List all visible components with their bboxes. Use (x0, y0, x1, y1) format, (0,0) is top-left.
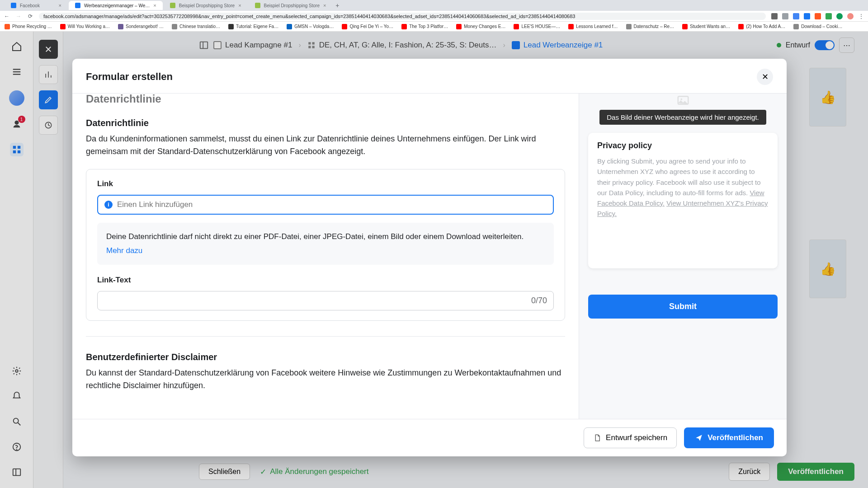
extension-icon[interactable] (793, 13, 799, 19)
bookmark[interactable]: Download – Cooki… (793, 24, 842, 29)
save-draft-button[interactable]: Entwurf speichern (584, 427, 677, 448)
disclaimer-description: Du kannst der Standard-Datenschutzerklär… (86, 367, 565, 392)
tab-title: Facebook (20, 3, 40, 8)
forward-icon[interactable]: → (15, 13, 22, 19)
document-icon (593, 434, 601, 442)
send-icon (695, 434, 703, 442)
bookmark[interactable]: Sonderangebot! … (118, 24, 164, 29)
extension-icon[interactable] (804, 13, 810, 19)
preview-privacy-body: By clicking Submit, you agree to send yo… (597, 156, 769, 219)
modal-header: Formular erstellen ✕ (72, 59, 787, 93)
publish-form-button[interactable]: Veröffentlichen (684, 427, 774, 448)
extension-icon[interactable] (815, 13, 821, 19)
bookmark[interactable]: Qing Fei De Yi – Yo… (342, 24, 393, 29)
tab-title: Beispiel Dropshipping Store (264, 3, 320, 8)
modal-title: Formular erstellen (86, 71, 173, 83)
tab-strip: Facebook× Werbeanzeigenmanager – We…× Be… (0, 0, 868, 11)
info-icon: i (104, 201, 113, 209)
preview-card: Privacy policy By clicking Submit, you a… (588, 133, 778, 268)
create-form-modal: Formular erstellen ✕ Datenrichtlinie Dat… (72, 59, 787, 456)
link-card: Link i Deine Datenrichtlinie darf nicht … (86, 169, 565, 321)
new-tab-button[interactable]: + (333, 1, 341, 9)
modal-footer: Entwurf speichern Veröffentlichen (72, 419, 787, 456)
bookmark[interactable]: GMSN – Vologda… (287, 24, 334, 29)
image-placeholder-icon (674, 94, 692, 107)
modal-close-button[interactable]: ✕ (757, 69, 773, 85)
extension-icon[interactable] (771, 13, 778, 19)
form-preview-panel: Das Bild deiner Werbeanzeige wird hier a… (579, 94, 787, 419)
bookmarks-bar: Phone Recycling … Will You Working a… So… (0, 22, 868, 32)
close-icon[interactable]: × (153, 3, 156, 8)
svg-point-28 (680, 99, 682, 100)
bookmark[interactable]: The Top 3 Platfor… (401, 24, 448, 29)
preview-privacy-title: Privacy policy (597, 141, 769, 150)
close-icon[interactable]: × (323, 3, 326, 8)
char-counter: 0/70 (531, 296, 547, 305)
linktext-input[interactable] (104, 296, 531, 305)
browser-chrome: Facebook× Werbeanzeigenmanager – We…× Be… (0, 0, 868, 32)
link-note: Deine Datenrichtlinie darf nicht direkt … (97, 223, 554, 265)
bookmark[interactable]: Phone Recycling … (5, 24, 52, 29)
link-field-label: Link (97, 179, 554, 188)
privacy-link-input[interactable] (117, 200, 547, 209)
bookmark[interactable]: Datenschutz – Re… (626, 24, 675, 29)
browser-tab[interactable]: Beispiel Dropshipping Store× (164, 1, 248, 10)
bookmark[interactable]: (2) How To Add A… (738, 24, 785, 29)
menu-icon[interactable]: ⋮ (858, 13, 864, 19)
bookmark[interactable]: Student Wants an… (682, 24, 730, 29)
form-editor-panel: Datenrichtlinie Datenrichtlinie Da du Ku… (72, 94, 579, 419)
extension-icons: ⋮ (771, 13, 864, 19)
linktext-field-label: Link-Text (97, 276, 554, 285)
profile-icon[interactable] (847, 13, 854, 19)
learn-more-link[interactable]: Mehr dazu (106, 245, 142, 257)
extension-icon[interactable] (782, 13, 788, 19)
bookmark[interactable]: Chinese translatio… (172, 24, 220, 29)
bookmark[interactable]: Tutorial: Eigene Fa… (228, 24, 278, 29)
extension-icon[interactable] (836, 13, 843, 19)
disclaimer-heading: Benutzerdefinierter Disclaimer (86, 352, 565, 362)
privacy-policy-heading: Datenrichtlinie (86, 118, 565, 128)
bookmark[interactable]: Will You Working a… (60, 24, 110, 29)
browser-tab[interactable]: Facebook× (5, 1, 68, 10)
preview-submit-button[interactable]: Submit (588, 295, 778, 319)
tab-title: Werbeanzeigenmanager – We… (84, 3, 150, 8)
reload-icon[interactable]: ⟳ (27, 13, 33, 19)
divider (86, 336, 565, 337)
extension-icon[interactable] (826, 13, 832, 19)
bookmark[interactable]: Lessons Learned f… (568, 24, 618, 29)
browser-tab[interactable]: Werbeanzeigenmanager – We…× (69, 1, 163, 10)
preview-image-banner: Das Bild deiner Werbeanzeige wird hier a… (599, 110, 766, 125)
browser-tab[interactable]: Beispiel Dropshipping Store× (249, 1, 333, 10)
linktext-input-container[interactable]: 0/70 (97, 291, 554, 310)
scrolled-section-heading: Datenrichtlinie (86, 94, 565, 105)
close-icon[interactable]: × (238, 3, 241, 8)
address-bar: ← → ⟳ facebook.com/adsmanager/manage/ads… (0, 11, 868, 22)
privacy-policy-description: Da du Kundeninformationen sammelst, muss… (86, 133, 565, 158)
close-icon[interactable]: × (59, 3, 61, 8)
bookmark[interactable]: Money Changes E… (456, 24, 505, 29)
back-icon[interactable]: ← (4, 13, 10, 19)
url-field[interactable]: facebook.com/adsmanager/manage/ads/edit?… (39, 13, 766, 20)
bookmark[interactable]: LEE'S HOUSE—… (514, 24, 560, 29)
link-input-container[interactable]: i (97, 195, 554, 215)
tab-title: Beispiel Dropshipping Store (179, 3, 235, 8)
